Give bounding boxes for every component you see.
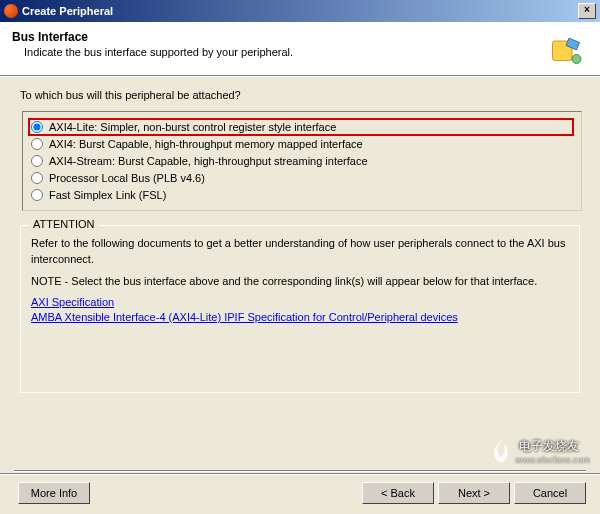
separator xyxy=(14,470,586,472)
radio-axi4[interactable]: AXI4: Burst Capable, high-throughput mem… xyxy=(29,136,573,152)
button-bar: More Info < Back Next > Cancel xyxy=(0,473,600,504)
header-description: Indicate the bus interface supported by … xyxy=(12,46,588,58)
svg-point-1 xyxy=(572,55,581,64)
cancel-button[interactable]: Cancel xyxy=(514,482,586,504)
attention-para2: NOTE - Select the bus interface above an… xyxy=(31,274,569,290)
more-info-button[interactable]: More Info xyxy=(18,482,90,504)
watermark-brand: 电子发烧友 xyxy=(519,438,590,455)
window-title: Create Peripheral xyxy=(22,5,576,17)
radio-input-axi4[interactable] xyxy=(31,138,43,150)
main-area: Bus Interface Indicate the bus interface… xyxy=(0,22,600,514)
radio-input-axi4-stream[interactable] xyxy=(31,155,43,167)
header-title: Bus Interface xyxy=(12,30,588,44)
back-button[interactable]: < Back xyxy=(362,482,434,504)
wizard-icon xyxy=(548,32,584,68)
attention-para1: Refer to the following documents to get … xyxy=(31,236,569,268)
app-icon xyxy=(4,4,18,18)
next-button[interactable]: Next > xyxy=(438,482,510,504)
radio-input-plb[interactable] xyxy=(31,172,43,184)
flame-icon xyxy=(487,436,515,466)
radio-label: AXI4-Stream: Burst Capable, high-through… xyxy=(49,155,368,167)
radio-label: Processor Local Bus (PLB v4.6) xyxy=(49,172,205,184)
radio-plb[interactable]: Processor Local Bus (PLB v4.6) xyxy=(29,170,573,186)
watermark-url: www.elecfans.com xyxy=(515,455,590,465)
bus-question: To which bus will this peripheral be att… xyxy=(18,89,582,101)
radio-axi4-stream[interactable]: AXI4-Stream: Burst Capable, high-through… xyxy=(29,153,573,169)
radio-axi4-lite[interactable]: AXI4-Lite: Simpler, non-burst control re… xyxy=(29,119,573,135)
radio-fsl[interactable]: Fast Simplex Link (FSL) xyxy=(29,187,573,203)
close-button[interactable]: × xyxy=(578,3,596,19)
header-panel: Bus Interface Indicate the bus interface… xyxy=(0,22,600,76)
attention-fieldset: ATTENTION Refer to the following documen… xyxy=(20,225,580,393)
nav-buttons: < Back Next > Cancel xyxy=(358,482,586,504)
attention-legend: ATTENTION xyxy=(29,218,99,230)
content-area: To which bus will this peripheral be att… xyxy=(0,76,600,393)
radio-label: AXI4-Lite: Simpler, non-burst control re… xyxy=(49,121,336,133)
bus-radio-group: AXI4-Lite: Simpler, non-burst control re… xyxy=(22,111,582,211)
link-axi-spec[interactable]: AXI Specification xyxy=(31,296,569,308)
radio-input-axi4-lite[interactable] xyxy=(31,121,43,133)
radio-label: Fast Simplex Link (FSL) xyxy=(49,189,166,201)
radio-label: AXI4: Burst Capable, high-throughput mem… xyxy=(49,138,363,150)
link-axi4lite-ipif-spec[interactable]: AMBA Xtensible Interface-4 (AXI4-Lite) I… xyxy=(31,311,569,323)
titlebar: Create Peripheral × xyxy=(0,0,600,22)
radio-input-fsl[interactable] xyxy=(31,189,43,201)
watermark: 电子发烧友 www.elecfans.com xyxy=(487,436,590,466)
